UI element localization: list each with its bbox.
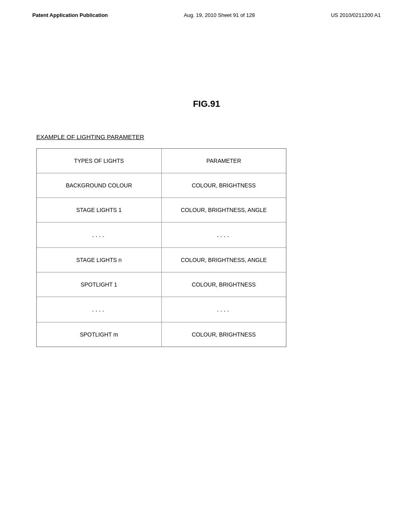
col-header-parameter: PARAMETER: [162, 149, 286, 173]
cell-dots-right-1: ....: [162, 222, 286, 247]
table-row: .... ....: [37, 222, 286, 248]
figure-title: FIG.91: [32, 99, 381, 109]
header-date-sheet: Aug. 19, 2010 Sheet 91 of 128: [184, 12, 255, 18]
page-container: Patent Application Publication Aug. 19, …: [0, 0, 413, 532]
header-patent-number: US 2010/0211200 A1: [331, 12, 381, 18]
cell-types-spotlight-m: SPOTLIGHT m: [37, 322, 162, 347]
table-row: SPOTLIGHT 1 COLOUR, BRIGHTNESS: [37, 272, 286, 297]
header-publication-label: Patent Application Publication: [32, 12, 108, 18]
lighting-parameter-table: TYPES OF LIGHTS PARAMETER BACKGROUND COL…: [36, 148, 286, 347]
table-row: BACKGROUND COLOUR COLOUR, BRIGHTNESS: [37, 173, 286, 198]
section-title: EXAMPLE OF LIGHTING PARAMETER: [36, 133, 381, 140]
table-row: STAGE LIGHTS 1 COLOUR, BRIGHTNESS, ANGLE: [37, 198, 286, 222]
cell-param-spotlight-m: COLOUR, BRIGHTNESS: [162, 322, 286, 347]
table-row: .... ....: [37, 297, 286, 322]
cell-dots-left-1: ....: [37, 222, 162, 247]
cell-param-background-colour: COLOUR, BRIGHTNESS: [162, 173, 286, 197]
cell-dots-left-2: ....: [37, 297, 162, 322]
cell-param-spotlight-1: COLOUR, BRIGHTNESS: [162, 272, 286, 297]
cell-dots-right-2: ....: [162, 297, 286, 322]
cell-types-stage-lights-n: STAGE LIGHTS n: [37, 248, 162, 272]
cell-types-stage-lights-1: STAGE LIGHTS 1: [37, 198, 162, 222]
cell-param-stage-lights-n: COLOUR, BRIGHTNESS, ANGLE: [162, 248, 286, 272]
cell-param-stage-lights-1: COLOUR, BRIGHTNESS, ANGLE: [162, 198, 286, 222]
cell-types-spotlight-1: SPOTLIGHT 1: [37, 272, 162, 297]
table-header-row: TYPES OF LIGHTS PARAMETER: [37, 149, 286, 173]
table-row: STAGE LIGHTS n COLOUR, BRIGHTNESS, ANGLE: [37, 248, 286, 272]
page-header: Patent Application Publication Aug. 19, …: [32, 12, 381, 18]
table-row: SPOTLIGHT m COLOUR, BRIGHTNESS: [37, 322, 286, 347]
col-header-types: TYPES OF LIGHTS: [37, 149, 162, 173]
cell-types-background-colour: BACKGROUND COLOUR: [37, 173, 162, 197]
